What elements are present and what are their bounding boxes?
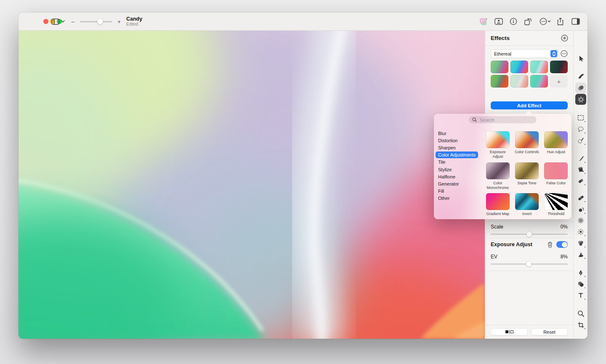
category-color-adjustments[interactable]: Color Adjustments bbox=[434, 151, 483, 159]
category-sharpen[interactable]: Sharpen bbox=[434, 144, 483, 151]
effect-color-monochrome[interactable]: Color Monochrome bbox=[483, 162, 512, 191]
effect-hue-adjust[interactable]: Hue Adjust bbox=[542, 131, 571, 159]
preset-add-tile[interactable]: + bbox=[550, 75, 568, 88]
tools-sidebar bbox=[573, 30, 587, 339]
preset-options-icon[interactable] bbox=[561, 50, 568, 57]
sharpen-tool[interactable] bbox=[575, 226, 586, 237]
effect-sepia-tone[interactable]: Sepia Tone bbox=[512, 162, 541, 191]
trash-icon[interactable] bbox=[547, 242, 553, 248]
right-sidebar-toggle-icon[interactable] bbox=[571, 17, 581, 26]
preset-stepper-icon[interactable] bbox=[550, 50, 557, 57]
text-tool[interactable] bbox=[575, 290, 586, 301]
more-actions-icon[interactable] bbox=[539, 17, 552, 26]
ev-slider-knob[interactable] bbox=[526, 261, 532, 267]
crop-tool[interactable] bbox=[575, 319, 586, 330]
scale-label: Scale bbox=[491, 224, 503, 230]
preset-thumb-3[interactable] bbox=[530, 61, 548, 73]
search-input[interactable] bbox=[479, 117, 540, 123]
add-effect-button[interactable]: Add Effect bbox=[491, 101, 568, 109]
effect-thumb bbox=[486, 193, 510, 210]
category-generator[interactable]: Generator bbox=[434, 180, 483, 187]
preset-thumb-6[interactable] bbox=[510, 75, 528, 88]
ev-control: EV8% bbox=[491, 254, 568, 265]
info-icon[interactable] bbox=[508, 17, 518, 26]
ev-slider[interactable] bbox=[491, 263, 568, 265]
more-tools[interactable] bbox=[575, 338, 586, 339]
scale-control: Scale0% bbox=[491, 224, 568, 235]
effect-thumb bbox=[544, 131, 568, 148]
category-other[interactable]: Other bbox=[434, 195, 483, 202]
app-window: – + Candy Edited bbox=[19, 13, 587, 339]
effects-tool[interactable] bbox=[575, 94, 586, 105]
document-title: Candy bbox=[126, 16, 142, 22]
smudge-tool[interactable] bbox=[575, 249, 586, 260]
pen-tool[interactable] bbox=[575, 267, 586, 278]
shapes-tool[interactable] bbox=[575, 279, 586, 290]
effect-false-color[interactable]: False Color bbox=[542, 162, 571, 191]
quick-selection-tool[interactable] bbox=[575, 135, 586, 146]
effect-threshold[interactable]: Threshold bbox=[542, 193, 571, 216]
scale-slider[interactable] bbox=[491, 234, 568, 235]
zoom-tool[interactable] bbox=[575, 308, 586, 319]
fill-bucket-tool[interactable] bbox=[575, 164, 586, 175]
preset-select[interactable]: Ethereal bbox=[491, 49, 558, 58]
category-tile[interactable]: Tile bbox=[434, 159, 483, 166]
preset-thumb-1[interactable] bbox=[491, 61, 508, 73]
effect-color-controls[interactable]: Color Controls bbox=[512, 131, 541, 159]
preset-thumb-4[interactable] bbox=[550, 61, 568, 73]
exposure-toggle[interactable] bbox=[556, 241, 568, 248]
effect-invert[interactable]: Invert bbox=[512, 193, 541, 216]
category-blur[interactable]: Blur bbox=[434, 130, 483, 137]
close-button[interactable] bbox=[43, 19, 48, 24]
scale-value: 0% bbox=[561, 224, 568, 230]
lasso-selection-tool[interactable] bbox=[575, 124, 586, 135]
category-distortion[interactable]: Distortion bbox=[434, 137, 483, 144]
effect-search-field[interactable] bbox=[469, 116, 537, 123]
paint-brush-tool[interactable] bbox=[575, 153, 586, 164]
share-icon[interactable] bbox=[555, 17, 565, 26]
style-tool[interactable] bbox=[575, 71, 586, 82]
soften-tool[interactable] bbox=[575, 215, 586, 226]
rectangular-selection-tool[interactable] bbox=[575, 112, 586, 123]
rotate-icon[interactable] bbox=[523, 17, 533, 26]
preset-thumbnails: + bbox=[491, 61, 568, 88]
category-stylize[interactable]: Stylize bbox=[434, 166, 483, 173]
category-halftone[interactable]: Halftone bbox=[434, 173, 483, 180]
add-preset-plus-icon[interactable] bbox=[561, 35, 568, 42]
move-tool[interactable] bbox=[575, 53, 586, 64]
preset-select-value: Ethereal bbox=[494, 51, 550, 56]
zoom-in-button[interactable]: + bbox=[116, 17, 122, 26]
contact-card-icon[interactable] bbox=[494, 17, 504, 26]
divider bbox=[485, 271, 574, 271]
image-canvas[interactable] bbox=[19, 30, 485, 339]
repair-tool[interactable] bbox=[575, 192, 586, 203]
scale-slider-knob[interactable] bbox=[526, 231, 532, 237]
effect-thumb bbox=[544, 193, 568, 210]
sidebar-toggle-icon[interactable] bbox=[50, 17, 60, 26]
color-swatches-tool[interactable] bbox=[575, 238, 586, 249]
chevron-down-icon[interactable] bbox=[60, 17, 66, 26]
panel-bottom-bar: Reset bbox=[485, 325, 574, 339]
effect-exposure-adjust[interactable]: Exposure Adjust bbox=[483, 131, 512, 159]
reset-button[interactable]: Reset bbox=[531, 328, 568, 335]
candy-image bbox=[19, 30, 485, 339]
effect-thumb bbox=[486, 131, 510, 148]
compare-button[interactable] bbox=[491, 328, 528, 335]
preset-thumb-7[interactable] bbox=[530, 75, 548, 88]
zoom-slider-knob[interactable] bbox=[97, 19, 103, 24]
effect-thumb bbox=[544, 162, 568, 179]
category-fill[interactable]: Fill bbox=[434, 188, 483, 195]
effect-categories: Blur Distortion Sharpen Color Adjustment… bbox=[434, 130, 483, 219]
canvas-zoom-slider[interactable] bbox=[80, 21, 112, 22]
preset-thumb-5[interactable] bbox=[491, 75, 508, 88]
preset-thumb-2[interactable] bbox=[510, 61, 528, 73]
effect-gradient-map[interactable]: Gradient Map bbox=[483, 193, 512, 216]
document-status: Edited bbox=[126, 22, 142, 27]
effects-title: Effects bbox=[491, 35, 510, 41]
color-adjustments-tool[interactable] bbox=[575, 82, 586, 93]
eraser-tool[interactable] bbox=[575, 175, 586, 186]
zoom-out-button[interactable]: – bbox=[70, 17, 76, 26]
clone-tool[interactable] bbox=[575, 204, 586, 215]
search-icon bbox=[472, 117, 477, 122]
effects-quick-icon[interactable] bbox=[478, 17, 488, 26]
